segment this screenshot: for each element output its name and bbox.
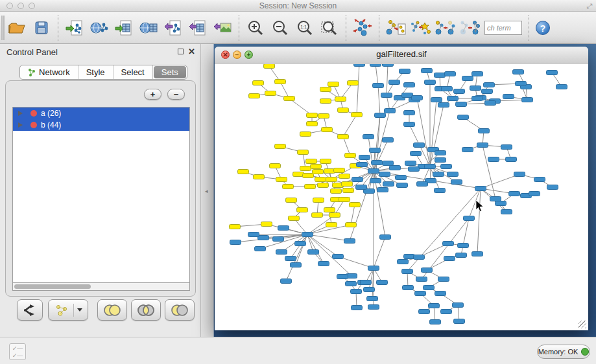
network-node-blue[interactable] (383, 182, 394, 187)
network-node-blue[interactable] (248, 233, 259, 237)
network-node-blue[interactable] (397, 183, 408, 188)
split-sets-button[interactable] (17, 299, 43, 321)
network-node-blue[interactable] (273, 237, 284, 242)
network-node-blue[interactable] (370, 179, 381, 183)
network-node-blue[interactable] (456, 102, 467, 107)
network-node-blue[interactable] (516, 82, 527, 86)
network-node-blue[interactable] (404, 83, 415, 87)
network-node-yellow[interactable] (345, 154, 356, 158)
network-node-blue[interactable] (441, 165, 452, 169)
difference-sets-button[interactable] (165, 299, 195, 321)
network-node-blue[interactable] (409, 167, 420, 172)
network-node-yellow[interactable] (329, 213, 340, 218)
network-node-yellow[interactable] (326, 223, 337, 227)
tab-network[interactable]: Network (20, 65, 78, 79)
network-node-blue[interactable] (470, 86, 481, 91)
network-node-yellow[interactable] (338, 135, 349, 139)
network-edge[interactable] (374, 237, 385, 268)
add-set-button[interactable]: + (144, 89, 161, 100)
network-node-blue[interactable] (363, 135, 374, 139)
network-node-blue[interactable] (425, 80, 436, 85)
panel-splitter[interactable]: ◂ (201, 44, 214, 337)
apply-layout-button[interactable] (350, 15, 375, 41)
network-node-blue[interactable] (475, 187, 486, 191)
show-all-button[interactable] (457, 15, 482, 41)
network-node-blue[interactable] (383, 161, 394, 166)
import-table-file-button[interactable] (112, 15, 136, 41)
network-node-yellow[interactable] (249, 94, 260, 98)
network-node-blue[interactable] (356, 185, 367, 190)
network-node-blue[interactable] (377, 188, 388, 192)
network-node-blue[interactable] (484, 83, 495, 87)
network-node-blue[interactable] (390, 166, 401, 170)
network-node-yellow[interactable] (318, 114, 329, 119)
network-node-yellow[interactable] (307, 113, 318, 118)
network-node-blue[interactable] (352, 177, 363, 182)
network-edge[interactable] (343, 115, 357, 137)
horizontal-scrollbar[interactable] (12, 283, 190, 291)
network-node-blue[interactable] (495, 201, 507, 206)
open-session-button[interactable] (5, 15, 29, 41)
network-edge[interactable] (417, 98, 430, 166)
network-node-blue[interactable] (383, 64, 394, 67)
network-node-blue[interactable] (417, 182, 428, 187)
task-history-button[interactable]: ✓—✓— (9, 343, 26, 360)
network-edge[interactable] (378, 85, 380, 115)
network-node-blue[interactable] (359, 155, 370, 160)
network-edge[interactable] (481, 174, 519, 188)
network-node-blue[interactable] (506, 157, 517, 162)
network-node-blue[interactable] (423, 286, 435, 290)
save-session-button[interactable] (29, 15, 54, 41)
network-node-yellow[interactable] (313, 198, 324, 203)
network-node-yellow[interactable] (322, 128, 333, 132)
network-node-yellow[interactable] (305, 185, 316, 189)
export-table-button[interactable] (185, 15, 210, 41)
network-node-blue[interactable] (433, 172, 444, 177)
network-node-yellow[interactable] (346, 223, 357, 227)
network-node-blue[interactable] (442, 87, 453, 91)
network-node-yellow[interactable] (312, 213, 323, 218)
network-node-yellow[interactable] (265, 91, 276, 96)
network-node-blue[interactable] (485, 101, 496, 106)
network-node-blue[interactable] (430, 320, 441, 324)
network-node-blue[interactable] (415, 291, 426, 296)
network-node-blue[interactable] (454, 89, 465, 94)
network-node-blue[interactable] (352, 306, 363, 310)
zoom-out-button[interactable] (268, 15, 292, 41)
network-node-yellow[interactable] (284, 97, 295, 101)
network-node-yellow[interactable] (253, 81, 264, 85)
network-node-blue[interactable] (438, 103, 449, 108)
float-panel-icon[interactable] (178, 49, 184, 54)
network-node-blue[interactable] (411, 152, 422, 156)
zoom-in-button[interactable] (243, 15, 268, 41)
network-node-yellow[interactable] (264, 64, 275, 69)
network-node-yellow[interactable] (350, 203, 361, 207)
network-node-yellow[interactable] (326, 177, 337, 182)
network-node-blue[interactable] (435, 73, 446, 78)
network-node-yellow[interactable] (293, 172, 304, 177)
network-node-yellow[interactable] (339, 174, 350, 179)
network-node-blue[interactable] (490, 197, 501, 201)
network-node-yellow[interactable] (300, 166, 311, 171)
network-node-blue[interactable] (472, 72, 483, 76)
import-table-web-button[interactable] (136, 15, 161, 41)
network-node-blue[interactable] (414, 255, 425, 260)
network-node-yellow[interactable] (289, 216, 300, 221)
network-node-blue[interactable] (372, 161, 383, 165)
network-edge[interactable] (477, 188, 481, 254)
window-resize-grip[interactable] (578, 321, 586, 328)
fullscreen-icon[interactable]: ⤢ (586, 2, 592, 10)
network-node-blue[interactable] (454, 319, 465, 324)
zoom-selected-button[interactable] (317, 15, 342, 41)
network-node-blue[interactable] (368, 305, 379, 310)
help-button[interactable]: ? (536, 21, 550, 35)
network-node-blue[interactable] (522, 98, 533, 102)
network-node-blue[interactable] (278, 226, 289, 231)
network-node-blue[interactable] (383, 138, 394, 142)
network-node-blue[interactable] (425, 165, 436, 169)
network-node-yellow[interactable] (335, 97, 346, 102)
network-node-blue[interactable] (302, 233, 313, 237)
network-node-blue[interactable] (453, 303, 464, 308)
network-node-blue[interactable] (375, 113, 386, 118)
network-node-blue[interactable] (509, 192, 520, 196)
